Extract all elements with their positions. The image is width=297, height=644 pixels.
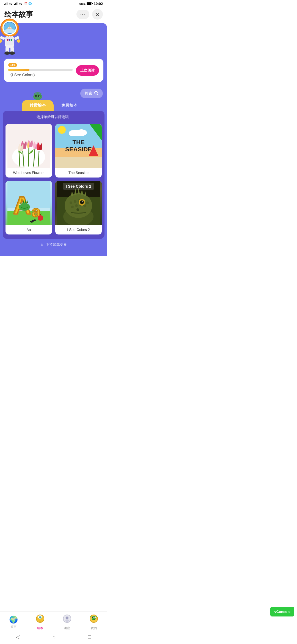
svg-point-73: [70, 201, 72, 204]
signal-4g-1: [4, 2, 8, 6]
load-more[interactable]: ☺ 下拉加载更多: [0, 239, 107, 250]
svg-line-33: [97, 94, 98, 95]
svg-point-84: [82, 201, 83, 202]
progress-bar-fill: [8, 69, 29, 71]
continue-reading-button[interactable]: 上次阅读: [76, 65, 99, 76]
svg-point-77: [86, 201, 89, 204]
svg-rect-9: [87, 2, 91, 5]
svg-point-29: [4, 51, 10, 55]
book-cover-flowers: [6, 124, 52, 168]
filter-hint-text: 选择年龄可以筛选哦~: [37, 115, 71, 119]
book-title-aa: Aa: [6, 225, 52, 234]
svg-point-72: [65, 193, 92, 218]
svg-rect-3: [8, 2, 8, 5]
book-cover-aa: A a: [6, 181, 52, 225]
svg-point-79: [75, 204, 78, 207]
svg-rect-2: [7, 2, 7, 5]
svg-point-61: [38, 215, 43, 221]
alarm-icon: ⏰: [24, 2, 28, 5]
svg-point-57: [20, 204, 21, 205]
svg-rect-0: [4, 4, 5, 5]
progress-header: 33%: [8, 63, 73, 67]
search-button[interactable]: 搜索: [80, 89, 103, 98]
svg-point-34: [33, 93, 42, 100]
svg-point-21: [9, 39, 10, 41]
record-button[interactable]: ⊙: [92, 9, 103, 20]
svg-point-83: [80, 200, 84, 204]
battery-icon: [87, 2, 93, 6]
svg-point-63: [30, 221, 32, 222]
signal-4g-label-2: 4G: [19, 2, 22, 5]
book-title-seaside: The Seaside: [55, 168, 102, 178]
svg-point-20: [7, 39, 9, 41]
book-cover-iseecolors2: I See Colors 2: [55, 181, 102, 225]
time-text: 10:02: [94, 2, 103, 6]
svg-point-47: [76, 129, 87, 136]
filter-hint: 选择年龄可以筛选哦~: [3, 111, 105, 121]
svg-rect-6: [16, 2, 17, 5]
book-card-the-seaside[interactable]: THESEASIDE The Seaside: [55, 124, 102, 178]
svg-point-90: [76, 208, 79, 211]
svg-rect-7: [18, 2, 18, 5]
progress-badge: 33%: [8, 63, 17, 67]
vpn-icon: 🌐: [28, 2, 32, 5]
svg-rect-4: [14, 4, 15, 5]
sun-decoration: [58, 126, 66, 134]
header-actions: ··· ⊙: [76, 9, 103, 20]
mascot: [0, 17, 22, 56]
svg-point-26: [17, 39, 20, 43]
svg-point-25: [0, 39, 2, 43]
svg-point-30: [9, 51, 15, 55]
svg-point-37: [35, 95, 37, 97]
svg-rect-10: [92, 3, 93, 4]
card-content: 33% 《I See Colors》: [8, 63, 73, 78]
progress-bar-bg: [8, 69, 73, 71]
svg-rect-19: [6, 37, 14, 45]
svg-rect-1: [6, 3, 6, 5]
main-content: 33% 《I See Colors》 上次阅读 搜索: [0, 23, 107, 256]
tab-alien-icon: [33, 92, 43, 102]
svg-point-22: [11, 39, 12, 41]
load-more-text: 下拉加载更多: [46, 242, 67, 247]
book-card-who-loves-flowers[interactable]: Who Loves Flowers: [6, 124, 52, 178]
book-title-who-loves-flowers: Who Loves Flowers: [6, 168, 52, 178]
continue-reading-card[interactable]: 33% 《I See Colors》 上次阅读: [4, 59, 103, 82]
status-right: 98% 10:02: [79, 2, 103, 6]
continue-book-title: 《I See Colors》: [8, 73, 73, 78]
signal-4g-label-1: 4G: [9, 2, 12, 5]
svg-point-74: [74, 200, 76, 203]
search-row: 搜索: [0, 85, 107, 100]
svg-line-42: [29, 147, 29, 167]
search-icon: [94, 91, 98, 96]
iseecolors2-label: I See Colors 2: [63, 183, 94, 190]
book-cover-seaside: THESEASIDE: [55, 124, 102, 168]
signal-4g-2: [14, 2, 18, 6]
battery-text: 98%: [79, 2, 86, 6]
svg-point-65: [34, 219, 36, 221]
svg-point-78: [71, 206, 74, 208]
books-grid-container: Who Loves Flowers: [3, 121, 105, 239]
search-label: 搜索: [85, 91, 92, 96]
more-button[interactable]: ···: [76, 10, 89, 19]
tabs-row: 付费绘本 免费绘本: [0, 100, 107, 111]
tab-free-books[interactable]: 免费绘本: [54, 100, 86, 111]
status-bar: 4G 4G ⏰ 🌐 98% 10:02: [0, 0, 107, 7]
seaside-book-title: THESEASIDE: [65, 139, 92, 153]
status-left: 4G 4G ⏰ 🌐: [4, 2, 32, 6]
smiley-icon: ☺: [40, 242, 44, 247]
svg-point-15: [4, 29, 15, 33]
tree-decoration: [89, 124, 102, 140]
cloud-decoration: [69, 129, 88, 137]
book-card-i-see-colors-2[interactable]: I See Colors 2 I See Colors 2: [55, 181, 102, 234]
svg-point-38: [39, 95, 40, 97]
book-card-aa[interactable]: A a: [6, 181, 52, 234]
book-title-iseecolors2: I See Colors 2: [55, 225, 102, 234]
svg-rect-5: [15, 3, 16, 5]
card-wrapper: 33% 《I See Colors》 上次阅读: [0, 23, 107, 82]
book-grid: Who Loves Flowers: [6, 124, 102, 234]
